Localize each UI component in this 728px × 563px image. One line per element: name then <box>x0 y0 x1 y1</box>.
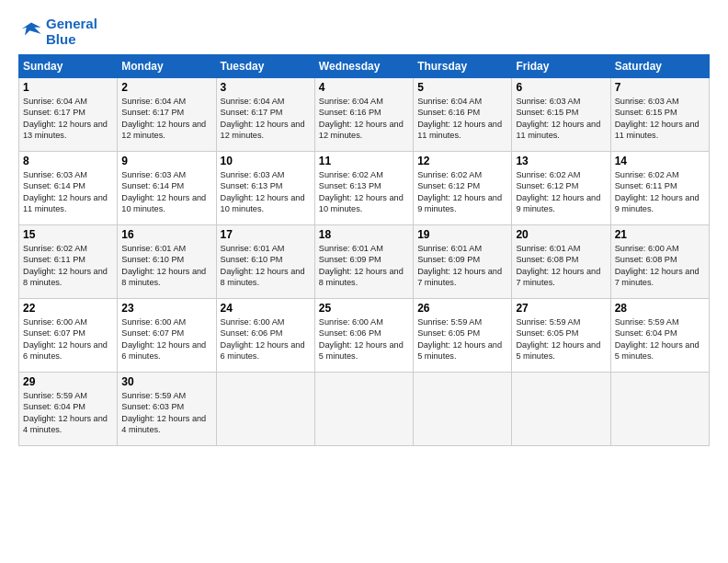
weekday-header-cell: Sunday <box>19 55 118 78</box>
cell-content: Sunrise: 6:02 AMSunset: 6:11 PMDaylight:… <box>615 170 700 213</box>
day-number: 22 <box>23 302 113 315</box>
calendar-cell: 16 Sunrise: 6:01 AMSunset: 6:10 PMDaylig… <box>118 225 216 299</box>
calendar-cell: 25 Sunrise: 6:00 AMSunset: 6:06 PMDaylig… <box>314 299 413 373</box>
cell-content: Sunrise: 6:04 AMSunset: 6:16 PMDaylight:… <box>319 97 404 140</box>
calendar-week-row: 1 Sunrise: 6:04 AMSunset: 6:17 PMDayligh… <box>19 78 710 152</box>
weekday-header-cell: Tuesday <box>216 55 314 78</box>
cell-content: Sunrise: 6:01 AMSunset: 6:08 PMDaylight:… <box>516 244 600 287</box>
day-number: 17 <box>221 228 311 241</box>
cell-content: Sunrise: 6:00 AMSunset: 6:07 PMDaylight:… <box>23 317 108 361</box>
cell-content: Sunrise: 6:03 AMSunset: 6:15 PMDaylight:… <box>516 97 600 140</box>
cell-content: Sunrise: 5:59 AMSunset: 6:03 PMDaylight:… <box>121 391 206 434</box>
day-number: 24 <box>221 302 311 315</box>
calendar-cell: 5 Sunrise: 6:04 AMSunset: 6:16 PMDayligh… <box>414 78 512 152</box>
cell-content: Sunrise: 6:00 AMSunset: 6:08 PMDaylight:… <box>615 244 700 287</box>
day-number: 12 <box>417 155 507 167</box>
cell-content: Sunrise: 6:03 AMSunset: 6:14 PMDaylight:… <box>23 170 108 213</box>
day-number: 23 <box>121 302 211 315</box>
calendar-cell: 29 Sunrise: 5:59 AMSunset: 6:04 PMDaylig… <box>19 373 118 446</box>
cell-content: Sunrise: 6:01 AMSunset: 6:10 PMDaylight:… <box>221 244 305 287</box>
calendar-cell <box>414 373 512 446</box>
calendar-cell <box>216 373 314 446</box>
cell-content: Sunrise: 6:03 AMSunset: 6:15 PMDaylight:… <box>615 97 700 140</box>
calendar-cell: 13 Sunrise: 6:02 AMSunset: 6:12 PMDaylig… <box>512 152 610 225</box>
calendar-cell: 30 Sunrise: 5:59 AMSunset: 6:03 PMDaylig… <box>118 373 216 446</box>
day-number: 29 <box>23 375 113 388</box>
cell-content: Sunrise: 5:59 AMSunset: 6:04 PMDaylight:… <box>615 317 700 361</box>
day-number: 30 <box>121 375 211 388</box>
calendar-cell: 10 Sunrise: 6:03 AMSunset: 6:13 PMDaylig… <box>216 152 314 225</box>
weekday-header-cell: Friday <box>512 55 610 78</box>
day-number: 25 <box>319 302 409 315</box>
cell-content: Sunrise: 6:03 AMSunset: 6:14 PMDaylight:… <box>121 170 206 213</box>
calendar-week-row: 15 Sunrise: 6:02 AMSunset: 6:11 PMDaylig… <box>19 225 710 299</box>
calendar-cell: 19 Sunrise: 6:01 AMSunset: 6:09 PMDaylig… <box>414 225 512 299</box>
calendar-cell: 11 Sunrise: 6:02 AMSunset: 6:13 PMDaylig… <box>314 152 413 225</box>
day-number: 18 <box>319 228 409 241</box>
calendar-cell: 21 Sunrise: 6:00 AMSunset: 6:08 PMDaylig… <box>610 225 709 299</box>
calendar-cell: 7 Sunrise: 6:03 AMSunset: 6:15 PMDayligh… <box>610 78 709 152</box>
calendar-cell: 6 Sunrise: 6:03 AMSunset: 6:15 PMDayligh… <box>512 78 610 152</box>
calendar-cell: 1 Sunrise: 6:04 AMSunset: 6:17 PMDayligh… <box>19 78 118 152</box>
calendar-cell: 12 Sunrise: 6:02 AMSunset: 6:12 PMDaylig… <box>414 152 512 225</box>
svg-marker-0 <box>22 22 41 35</box>
calendar-cell: 22 Sunrise: 6:00 AMSunset: 6:07 PMDaylig… <box>19 299 118 373</box>
day-number: 4 <box>319 81 409 94</box>
logo-text: General Blue <box>46 17 97 47</box>
day-number: 7 <box>615 81 705 94</box>
day-number: 3 <box>221 81 311 94</box>
cell-content: Sunrise: 6:00 AMSunset: 6:07 PMDaylight:… <box>121 317 206 361</box>
cell-content: Sunrise: 6:02 AMSunset: 6:13 PMDaylight:… <box>319 170 404 213</box>
cell-content: Sunrise: 6:04 AMSunset: 6:16 PMDaylight:… <box>417 97 502 140</box>
cell-content: Sunrise: 6:03 AMSunset: 6:13 PMDaylight:… <box>221 170 305 213</box>
day-number: 20 <box>516 228 606 241</box>
day-number: 26 <box>417 302 507 315</box>
weekday-header-cell: Monday <box>118 55 216 78</box>
weekday-header-cell: Wednesday <box>314 55 413 78</box>
cell-content: Sunrise: 5:59 AMSunset: 6:04 PMDaylight:… <box>23 391 108 434</box>
day-number: 16 <box>121 228 211 241</box>
calendar-cell: 23 Sunrise: 6:00 AMSunset: 6:07 PMDaylig… <box>118 299 216 373</box>
calendar-cell <box>610 373 709 446</box>
day-number: 19 <box>417 228 507 241</box>
cell-content: Sunrise: 6:01 AMSunset: 6:09 PMDaylight:… <box>417 244 502 287</box>
calendar-table: SundayMondayTuesdayWednesdayThursdayFrid… <box>18 54 710 446</box>
calendar-cell: 8 Sunrise: 6:03 AMSunset: 6:14 PMDayligh… <box>19 152 118 225</box>
calendar-cell: 2 Sunrise: 6:04 AMSunset: 6:17 PMDayligh… <box>118 78 216 152</box>
calendar-cell: 28 Sunrise: 5:59 AMSunset: 6:04 PMDaylig… <box>610 299 709 373</box>
calendar-body: 1 Sunrise: 6:04 AMSunset: 6:17 PMDayligh… <box>19 78 710 446</box>
day-number: 28 <box>615 302 705 315</box>
weekday-header-cell: Saturday <box>610 55 709 78</box>
cell-content: Sunrise: 5:59 AMSunset: 6:05 PMDaylight:… <box>417 317 502 361</box>
cell-content: Sunrise: 6:01 AMSunset: 6:10 PMDaylight:… <box>121 244 206 287</box>
day-number: 11 <box>319 155 409 167</box>
day-number: 15 <box>23 228 113 241</box>
calendar-cell: 4 Sunrise: 6:04 AMSunset: 6:16 PMDayligh… <box>314 78 413 152</box>
calendar-cell <box>314 373 413 446</box>
cell-content: Sunrise: 6:01 AMSunset: 6:09 PMDaylight:… <box>319 244 404 287</box>
cell-content: Sunrise: 6:00 AMSunset: 6:06 PMDaylight:… <box>319 317 404 361</box>
day-number: 9 <box>121 155 211 167</box>
day-number: 6 <box>516 81 606 94</box>
calendar-week-row: 8 Sunrise: 6:03 AMSunset: 6:14 PMDayligh… <box>19 152 710 225</box>
day-number: 21 <box>615 228 705 241</box>
day-number: 5 <box>417 81 507 94</box>
cell-content: Sunrise: 6:02 AMSunset: 6:11 PMDaylight:… <box>23 244 108 287</box>
calendar-cell: 15 Sunrise: 6:02 AMSunset: 6:11 PMDaylig… <box>19 225 118 299</box>
calendar-cell: 9 Sunrise: 6:03 AMSunset: 6:14 PMDayligh… <box>118 152 216 225</box>
logo-bird-icon <box>18 19 44 45</box>
weekday-header-row: SundayMondayTuesdayWednesdayThursdayFrid… <box>19 55 710 78</box>
calendar-week-row: 22 Sunrise: 6:00 AMSunset: 6:07 PMDaylig… <box>19 299 710 373</box>
calendar-cell: 27 Sunrise: 5:59 AMSunset: 6:05 PMDaylig… <box>512 299 610 373</box>
calendar-week-row: 29 Sunrise: 5:59 AMSunset: 6:04 PMDaylig… <box>19 373 710 446</box>
day-number: 8 <box>23 155 113 167</box>
calendar-cell: 18 Sunrise: 6:01 AMSunset: 6:09 PMDaylig… <box>314 225 413 299</box>
cell-content: Sunrise: 5:59 AMSunset: 6:05 PMDaylight:… <box>516 317 600 361</box>
calendar-cell: 3 Sunrise: 6:04 AMSunset: 6:17 PMDayligh… <box>216 78 314 152</box>
calendar-cell: 24 Sunrise: 6:00 AMSunset: 6:06 PMDaylig… <box>216 299 314 373</box>
cell-content: Sunrise: 6:02 AMSunset: 6:12 PMDaylight:… <box>516 170 600 213</box>
cell-content: Sunrise: 6:04 AMSunset: 6:17 PMDaylight:… <box>23 97 108 140</box>
day-number: 14 <box>615 155 705 167</box>
day-number: 1 <box>23 81 113 94</box>
weekday-header-cell: Thursday <box>414 55 512 78</box>
